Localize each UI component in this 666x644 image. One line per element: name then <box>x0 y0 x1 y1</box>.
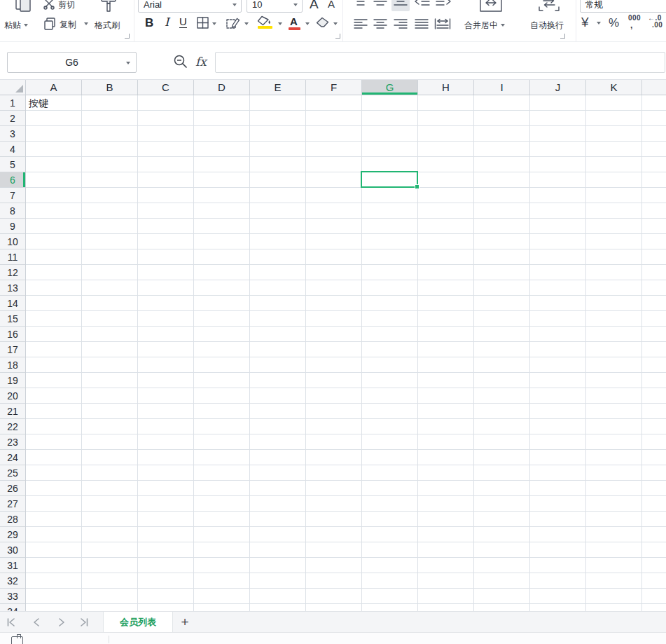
fx-button[interactable]: fx <box>195 55 207 69</box>
formula-input[interactable] <box>215 52 665 73</box>
cells-area[interactable]: 按键 <box>26 95 666 611</box>
select-all-corner[interactable] <box>0 80 26 95</box>
first-sheet-button[interactable] <box>6 617 18 628</box>
borders-button[interactable] <box>197 17 209 29</box>
alignment-dialog-launcher[interactable] <box>560 34 565 39</box>
row-header-19[interactable]: 19 <box>0 373 25 388</box>
align-center-button[interactable] <box>373 18 387 29</box>
row-header-13[interactable]: 13 <box>0 280 25 296</box>
row-header-28[interactable]: 28 <box>0 512 25 527</box>
draw-border-caret[interactable] <box>244 22 249 25</box>
row-header-29[interactable]: 29 <box>0 527 25 542</box>
name-box-caret[interactable] <box>126 62 130 64</box>
macro-record-icon[interactable] <box>11 636 23 644</box>
row-header-15[interactable]: 15 <box>0 311 25 327</box>
add-sheet-button[interactable]: + <box>175 612 195 633</box>
next-sheet-button[interactable] <box>55 617 67 628</box>
font-color-caret[interactable] <box>305 22 310 25</box>
format-painter-label-button[interactable]: 格式刷 <box>95 18 120 31</box>
font-size-combo[interactable]: 10 <box>247 0 303 13</box>
prev-sheet-button[interactable] <box>31 617 43 628</box>
underline-button[interactable]: U <box>179 16 187 28</box>
number-format-combo[interactable]: 常规 <box>580 0 666 13</box>
column-header-A[interactable]: A <box>26 80 82 95</box>
row-header-8[interactable]: 8 <box>0 203 25 219</box>
row-header-27[interactable]: 27 <box>0 496 25 512</box>
currency-button[interactable]: ¥ <box>581 15 589 29</box>
grow-font-button[interactable]: A <box>310 0 319 11</box>
last-sheet-button[interactable] <box>77 617 90 628</box>
row-header-21[interactable]: 21 <box>0 404 25 419</box>
align-distributed-button[interactable] <box>434 18 451 29</box>
sheet-tab-active[interactable]: 会员列表 <box>103 612 173 633</box>
row-header-17[interactable]: 17 <box>0 342 25 357</box>
row-header-4[interactable]: 4 <box>0 142 25 157</box>
row-header-3[interactable]: 3 <box>0 126 25 142</box>
italic-button[interactable]: I <box>165 17 169 28</box>
row-header-24[interactable]: 24 <box>0 450 25 465</box>
eraser-caret[interactable] <box>333 22 338 25</box>
currency-caret[interactable] <box>597 22 601 25</box>
row-header-9[interactable]: 9 <box>0 219 25 234</box>
row-header-2[interactable]: 2 <box>0 111 25 126</box>
row-header-30[interactable]: 30 <box>0 542 25 558</box>
borders-caret[interactable] <box>212 22 216 25</box>
column-header-B[interactable]: B <box>82 80 138 95</box>
column-header-J[interactable]: J <box>530 80 586 95</box>
paste-button[interactable] <box>13 0 35 14</box>
row-header-34[interactable]: 34 <box>0 604 25 611</box>
column-header-E[interactable]: E <box>250 80 306 95</box>
row-header-6[interactable]: 6 <box>0 172 25 188</box>
merge-center-button[interactable]: 合并居中 <box>464 18 505 31</box>
align-left-button[interactable] <box>354 18 368 29</box>
draw-border-button[interactable] <box>226 17 241 29</box>
row-header-16[interactable]: 16 <box>0 327 25 342</box>
column-header-K[interactable]: K <box>586 80 642 95</box>
eraser-button[interactable] <box>315 17 331 28</box>
fill-color-button[interactable] <box>257 15 274 26</box>
align-justify-button[interactable] <box>415 18 429 29</box>
column-header-I[interactable]: I <box>474 80 530 95</box>
decimal-adjust-button[interactable]: ←.0 .00 <box>648 15 662 29</box>
shrink-font-button[interactable]: A <box>328 0 335 9</box>
row-header-10[interactable]: 10 <box>0 234 25 249</box>
row-header-12[interactable]: 12 <box>0 265 25 280</box>
selection-box[interactable] <box>361 171 418 188</box>
wrap-text-button[interactable]: 自动换行 <box>530 18 564 31</box>
fill-color-caret[interactable] <box>278 22 282 25</box>
thousands-separator-button[interactable]: 000 , <box>628 15 641 29</box>
increase-indent-button[interactable] <box>436 0 451 7</box>
row-header-11[interactable]: 11 <box>0 249 25 265</box>
row-header-14[interactable]: 14 <box>0 296 25 311</box>
paste-label-button[interactable]: 粘贴 <box>4 18 28 31</box>
row-header-20[interactable]: 20 <box>0 388 25 404</box>
column-header-D[interactable]: D <box>194 80 250 95</box>
font-color-button[interactable]: A <box>290 15 298 28</box>
row-header-22[interactable]: 22 <box>0 419 25 434</box>
clipboard-dialog-launcher[interactable] <box>125 34 130 39</box>
cell-A1[interactable]: 按键 <box>29 97 48 110</box>
font-dialog-launcher[interactable] <box>335 34 340 39</box>
column-header-C[interactable]: C <box>138 80 194 95</box>
row-header-25[interactable]: 25 <box>0 465 25 481</box>
decrease-indent-button[interactable] <box>415 0 430 7</box>
row-header-26[interactable]: 26 <box>0 481 25 496</box>
valign-top-button[interactable] <box>354 0 368 7</box>
column-header-G[interactable]: G <box>362 80 418 95</box>
row-header-18[interactable]: 18 <box>0 357 25 373</box>
fill-handle[interactable] <box>415 184 419 189</box>
row-header-31[interactable]: 31 <box>0 558 25 573</box>
row-header-1[interactable]: 1 <box>0 95 25 111</box>
row-header-7[interactable]: 7 <box>0 188 25 203</box>
font-family-combo[interactable]: Arial <box>138 0 242 13</box>
bold-button[interactable]: B <box>145 17 153 29</box>
row-header-33[interactable]: 33 <box>0 589 25 604</box>
percent-button[interactable]: % <box>609 17 619 29</box>
row-header-5[interactable]: 5 <box>0 157 25 172</box>
name-box[interactable]: G6 <box>7 52 137 73</box>
valign-bottom-button[interactable] <box>394 0 408 7</box>
row-header-32[interactable]: 32 <box>0 573 25 589</box>
valign-middle-button[interactable] <box>373 0 387 7</box>
row-header-23[interactable]: 23 <box>0 434 25 450</box>
column-header-H[interactable]: H <box>418 80 474 95</box>
